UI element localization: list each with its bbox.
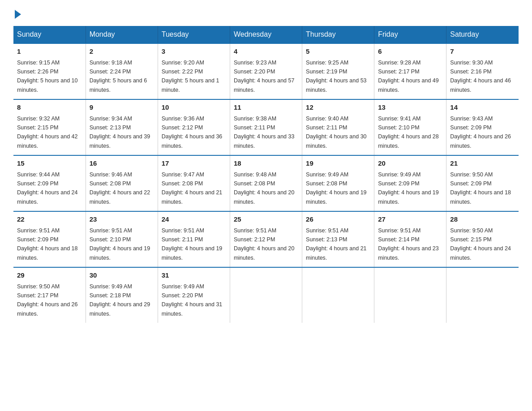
cell-info: Sunrise: 9:50 AMSunset: 2:15 PMDaylight:… xyxy=(450,227,511,261)
cell-info: Sunrise: 9:51 AMSunset: 2:12 PMDaylight:… xyxy=(234,227,295,261)
cell-info: Sunrise: 9:43 AMSunset: 2:09 PMDaylight:… xyxy=(450,116,511,149)
cell-info: Sunrise: 9:47 AMSunset: 2:08 PMDaylight:… xyxy=(162,171,223,205)
cell-info: Sunrise: 9:28 AMSunset: 2:17 PMDaylight:… xyxy=(378,60,439,93)
calendar-cell: 8Sunrise: 9:32 AMSunset: 2:15 PMDaylight… xyxy=(13,99,86,155)
page-header xyxy=(13,9,519,17)
calendar-cell: 15Sunrise: 9:44 AMSunset: 2:09 PMDayligh… xyxy=(13,155,86,211)
calendar-cell: 25Sunrise: 9:51 AMSunset: 2:12 PMDayligh… xyxy=(230,211,302,267)
cell-info: Sunrise: 9:20 AMSunset: 2:22 PMDaylight:… xyxy=(162,60,219,93)
day-header-friday: Friday xyxy=(374,26,446,43)
calendar-cell: 2Sunrise: 9:18 AMSunset: 2:24 PMDaylight… xyxy=(86,43,158,99)
day-number: 17 xyxy=(162,158,226,169)
cell-info: Sunrise: 9:30 AMSunset: 2:16 PMDaylight:… xyxy=(450,60,511,93)
day-number: 7 xyxy=(450,47,515,57)
calendar-cell: 17Sunrise: 9:47 AMSunset: 2:08 PMDayligh… xyxy=(158,155,230,211)
calendar-cell: 7Sunrise: 9:30 AMSunset: 2:16 PMDaylight… xyxy=(446,43,519,99)
calendar-cell: 10Sunrise: 9:36 AMSunset: 2:12 PMDayligh… xyxy=(158,99,230,155)
day-number: 31 xyxy=(162,270,226,281)
calendar-cell xyxy=(374,267,446,323)
cell-info: Sunrise: 9:49 AMSunset: 2:08 PMDaylight:… xyxy=(306,171,367,205)
calendar-cell: 31Sunrise: 9:49 AMSunset: 2:20 PMDayligh… xyxy=(158,267,230,323)
day-number: 15 xyxy=(17,158,82,169)
cell-info: Sunrise: 9:49 AMSunset: 2:18 PMDaylight:… xyxy=(90,283,150,317)
cell-info: Sunrise: 9:44 AMSunset: 2:09 PMDaylight:… xyxy=(17,171,78,205)
week-row-3: 15Sunrise: 9:44 AMSunset: 2:09 PMDayligh… xyxy=(13,155,519,211)
calendar-cell: 20Sunrise: 9:49 AMSunset: 2:09 PMDayligh… xyxy=(374,155,446,211)
calendar-cell xyxy=(446,267,519,323)
week-row-1: 1Sunrise: 9:15 AMSunset: 2:26 PMDaylight… xyxy=(13,43,519,99)
calendar-cell: 28Sunrise: 9:50 AMSunset: 2:15 PMDayligh… xyxy=(446,211,519,267)
day-number: 29 xyxy=(17,270,82,281)
calendar-cell: 27Sunrise: 9:51 AMSunset: 2:14 PMDayligh… xyxy=(374,211,446,267)
cell-info: Sunrise: 9:50 AMSunset: 2:09 PMDaylight:… xyxy=(450,171,511,205)
day-number: 16 xyxy=(90,158,154,169)
cell-info: Sunrise: 9:23 AMSunset: 2:20 PMDaylight:… xyxy=(234,60,295,93)
day-number: 19 xyxy=(306,158,370,169)
calendar-cell: 5Sunrise: 9:25 AMSunset: 2:19 PMDaylight… xyxy=(302,43,374,99)
day-header-saturday: Saturday xyxy=(446,26,519,43)
calendar-cell: 19Sunrise: 9:49 AMSunset: 2:08 PMDayligh… xyxy=(302,155,374,211)
week-row-4: 22Sunrise: 9:51 AMSunset: 2:09 PMDayligh… xyxy=(13,211,519,267)
calendar-cell: 24Sunrise: 9:51 AMSunset: 2:11 PMDayligh… xyxy=(158,211,230,267)
cell-info: Sunrise: 9:38 AMSunset: 2:11 PMDaylight:… xyxy=(234,116,295,149)
day-header-wednesday: Wednesday xyxy=(230,26,302,43)
cell-info: Sunrise: 9:48 AMSunset: 2:08 PMDaylight:… xyxy=(234,171,295,205)
week-row-2: 8Sunrise: 9:32 AMSunset: 2:15 PMDaylight… xyxy=(13,99,519,155)
cell-info: Sunrise: 9:51 AMSunset: 2:09 PMDaylight:… xyxy=(17,227,78,261)
calendar-cell: 9Sunrise: 9:34 AMSunset: 2:13 PMDaylight… xyxy=(86,99,158,155)
day-number: 10 xyxy=(162,103,226,113)
cell-info: Sunrise: 9:34 AMSunset: 2:13 PMDaylight:… xyxy=(90,116,150,149)
day-number: 30 xyxy=(90,270,154,281)
cell-info: Sunrise: 9:41 AMSunset: 2:10 PMDaylight:… xyxy=(378,116,439,149)
cell-info: Sunrise: 9:36 AMSunset: 2:12 PMDaylight:… xyxy=(162,116,223,149)
calendar-cell: 29Sunrise: 9:50 AMSunset: 2:17 PMDayligh… xyxy=(13,267,86,323)
cell-info: Sunrise: 9:51 AMSunset: 2:13 PMDaylight:… xyxy=(306,227,367,261)
cell-info: Sunrise: 9:49 AMSunset: 2:09 PMDaylight:… xyxy=(378,171,439,205)
calendar-cell xyxy=(302,267,374,323)
day-number: 4 xyxy=(234,47,298,57)
calendar-cell: 21Sunrise: 9:50 AMSunset: 2:09 PMDayligh… xyxy=(446,155,519,211)
day-header-monday: Monday xyxy=(86,26,158,43)
day-number: 5 xyxy=(306,47,370,57)
calendar-cell: 12Sunrise: 9:40 AMSunset: 2:11 PMDayligh… xyxy=(302,99,374,155)
day-number: 9 xyxy=(90,103,154,113)
day-number: 2 xyxy=(90,47,154,57)
day-number: 23 xyxy=(90,214,154,225)
calendar-cell: 22Sunrise: 9:51 AMSunset: 2:09 PMDayligh… xyxy=(13,211,86,267)
calendar-cell: 26Sunrise: 9:51 AMSunset: 2:13 PMDayligh… xyxy=(302,211,374,267)
day-number: 21 xyxy=(450,158,515,169)
cell-info: Sunrise: 9:51 AMSunset: 2:10 PMDaylight:… xyxy=(90,227,150,261)
day-number: 25 xyxy=(234,214,298,225)
cell-info: Sunrise: 9:32 AMSunset: 2:15 PMDaylight:… xyxy=(17,116,78,149)
day-number: 8 xyxy=(17,103,82,113)
calendar-cell xyxy=(230,267,302,323)
cell-info: Sunrise: 9:50 AMSunset: 2:17 PMDaylight:… xyxy=(17,283,78,317)
calendar-cell: 14Sunrise: 9:43 AMSunset: 2:09 PMDayligh… xyxy=(446,99,519,155)
day-header-thursday: Thursday xyxy=(302,26,374,43)
logo-triangle-icon xyxy=(15,10,21,19)
day-number: 12 xyxy=(306,103,370,113)
cell-info: Sunrise: 9:40 AMSunset: 2:11 PMDaylight:… xyxy=(306,116,367,149)
day-number: 11 xyxy=(234,103,298,113)
days-header-row: SundayMondayTuesdayWednesdayThursdayFrid… xyxy=(13,26,519,43)
day-number: 26 xyxy=(306,214,370,225)
day-number: 14 xyxy=(450,103,515,113)
day-number: 3 xyxy=(162,47,226,57)
calendar-table: SundayMondayTuesdayWednesdayThursdayFrid… xyxy=(13,26,519,323)
calendar-cell: 23Sunrise: 9:51 AMSunset: 2:10 PMDayligh… xyxy=(86,211,158,267)
calendar-cell: 4Sunrise: 9:23 AMSunset: 2:20 PMDaylight… xyxy=(230,43,302,99)
cell-info: Sunrise: 9:51 AMSunset: 2:14 PMDaylight:… xyxy=(378,227,439,261)
day-number: 27 xyxy=(378,214,442,225)
cell-info: Sunrise: 9:18 AMSunset: 2:24 PMDaylight:… xyxy=(90,60,147,93)
day-number: 22 xyxy=(17,214,82,225)
day-number: 24 xyxy=(162,214,226,225)
day-number: 20 xyxy=(378,158,442,169)
calendar-cell: 6Sunrise: 9:28 AMSunset: 2:17 PMDaylight… xyxy=(374,43,446,99)
calendar-cell: 3Sunrise: 9:20 AMSunset: 2:22 PMDaylight… xyxy=(158,43,230,99)
calendar-cell: 18Sunrise: 9:48 AMSunset: 2:08 PMDayligh… xyxy=(230,155,302,211)
day-number: 6 xyxy=(378,47,442,57)
calendar-cell: 13Sunrise: 9:41 AMSunset: 2:10 PMDayligh… xyxy=(374,99,446,155)
cell-info: Sunrise: 9:15 AMSunset: 2:26 PMDaylight:… xyxy=(17,60,78,93)
day-header-sunday: Sunday xyxy=(13,26,86,43)
cell-info: Sunrise: 9:25 AMSunset: 2:19 PMDaylight:… xyxy=(306,60,367,93)
